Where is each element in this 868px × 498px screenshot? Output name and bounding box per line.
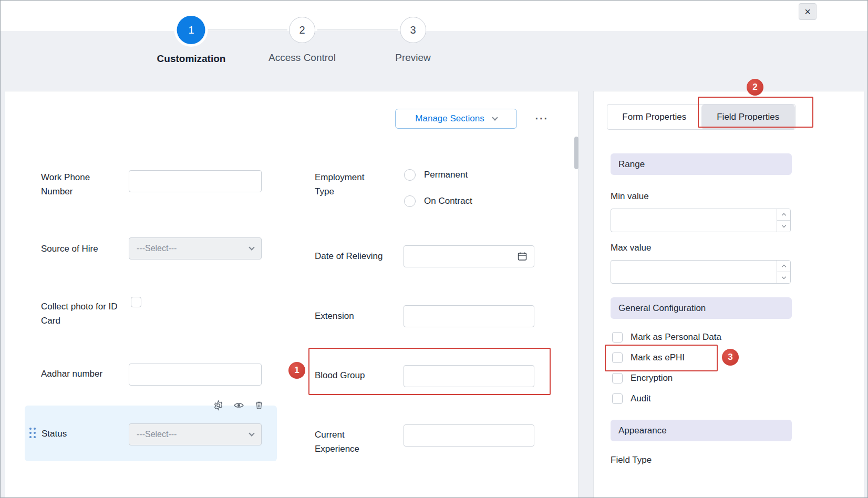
field-label-collect-photo: Collect photo for ID Card [41,299,125,328]
checkbox-label: Mark as Personal Data [631,332,721,343]
properties-tabbar: Form Properties Field Properties [607,104,795,130]
select-value: ---Select--- [137,430,250,439]
checkbox-icon [612,373,623,383]
field-action-toolbar [212,399,265,411]
step-number: 2 [289,17,315,43]
field-label-status: Status [42,427,105,441]
work-phone-number-input[interactable] [129,170,262,192]
step-label: Access Control [268,52,336,64]
section-header-range: Range [611,153,792,175]
field-label-extension: Extension [315,309,394,323]
field-label-blood-group: Blood Group [315,368,394,382]
chevron-down-icon [492,115,498,120]
radio-on-contract[interactable]: On Contract [404,195,472,207]
min-value-spinner [777,209,790,232]
extension-input[interactable] [404,305,534,327]
chevron-up-icon [781,213,786,217]
gear-icon [213,400,224,411]
source-of-hire-select[interactable]: ---Select--- [129,237,262,260]
current-experience-input[interactable] [404,424,534,447]
step-number: 1 [177,16,205,44]
chevron-down-icon [249,430,254,436]
manage-sections-button[interactable]: Manage Sections [395,109,517,129]
chevron-down-icon [781,275,786,279]
field-label-source-of-hire: Source of Hire [41,242,125,256]
min-value-input [611,209,791,232]
checkbox-label: Mark as ePHI [631,352,685,363]
chevron-up-icon [781,265,786,269]
checkbox-label: Audit [631,393,651,404]
checkbox-icon [612,352,623,363]
field-label-employment-type: Employment Type [315,170,380,199]
eye-icon [233,400,244,411]
field-label-current-experience: Current Experience [315,428,373,456]
tab-field-properties[interactable]: Field Properties [701,105,795,129]
step-preview[interactable]: 3 Preview [395,16,431,64]
radio-permanent[interactable]: Permanent [404,169,468,181]
field-label-work-phone-number: Work Phone Number [41,170,107,199]
radio-label: Permanent [424,170,468,180]
checkbox-label: Encryption [631,373,673,383]
step-label: Customization [157,53,226,65]
step-label: Preview [395,52,431,64]
step-access-control[interactable]: 2 Access Control [268,16,336,64]
close-button[interactable]: × [799,3,817,20]
trash-icon [254,400,264,410]
aadhar-number-input[interactable] [129,364,262,386]
checkbox-mark-as-ephi[interactable]: Mark as ePHI [612,352,685,364]
collect-photo-checkbox[interactable] [131,297,141,307]
top-bar [1,1,867,31]
date-of-relieving-input[interactable] [404,245,534,267]
chevron-down-icon [249,244,254,250]
max-value-spinner [777,261,790,283]
min-value-label: Min value [611,191,649,202]
status-select[interactable]: ---Select--- [129,423,262,445]
step-number: 3 [400,17,426,43]
scrollbar-thumb[interactable] [574,137,578,169]
select-value: ---Select--- [137,244,250,253]
field-type-label: Field Type [611,455,652,465]
field-settings-button[interactable] [212,399,224,411]
min-value-field[interactable] [611,209,777,232]
max-value-input [611,260,791,284]
field-delete-button[interactable] [253,399,265,411]
tab-form-properties[interactable]: Form Properties [607,105,701,129]
spinner-up-button[interactable] [777,209,790,221]
annotation-badge-3: 3 [722,349,739,366]
step-customization[interactable]: 1 Customization [157,16,226,65]
annotation-badge-1: 1 [288,362,305,379]
checkbox-encryption[interactable]: Encryption [612,372,673,384]
manage-sections-label: Manage Sections [415,113,484,124]
properties-panel: Form Properties Field Properties Range M… [593,91,864,498]
spinner-down-button[interactable] [777,272,790,283]
field-label-aadhar-number: Aadhar number [41,367,130,381]
radio-icon [404,169,416,181]
checkbox-audit[interactable]: Audit [612,393,651,404]
spinner-down-button[interactable] [777,221,790,232]
section-header-appearance: Appearance [611,420,792,441]
blood-group-input[interactable] [404,365,534,387]
checkbox-mark-as-personal-data[interactable]: Mark as Personal Data [612,331,721,343]
checkbox-icon [612,332,623,343]
drag-handle-icon[interactable] [29,428,36,439]
radio-icon [404,195,416,207]
field-label-date-of-relieving: Date of Relieving [315,249,404,263]
close-icon: × [804,6,811,17]
calendar-icon [517,251,528,262]
max-value-field[interactable] [611,261,777,283]
field-preview-button[interactable] [233,399,244,411]
checkbox-icon [612,393,623,404]
spinner-up-button[interactable] [777,261,790,272]
chevron-down-icon [781,223,786,227]
radio-label: On Contract [424,196,472,206]
form-canvas: Manage Sections ⋯ Work Phone Number Empl… [5,91,578,498]
section-header-general-configuration: General Configuration [611,297,792,319]
max-value-label: Max value [611,243,651,253]
form-customization-window: × 1 Customization 2 Access Control 3 Pre… [0,0,868,498]
annotation-badge-2: 2 [747,79,763,96]
more-options-button[interactable]: ⋯ [530,109,553,127]
